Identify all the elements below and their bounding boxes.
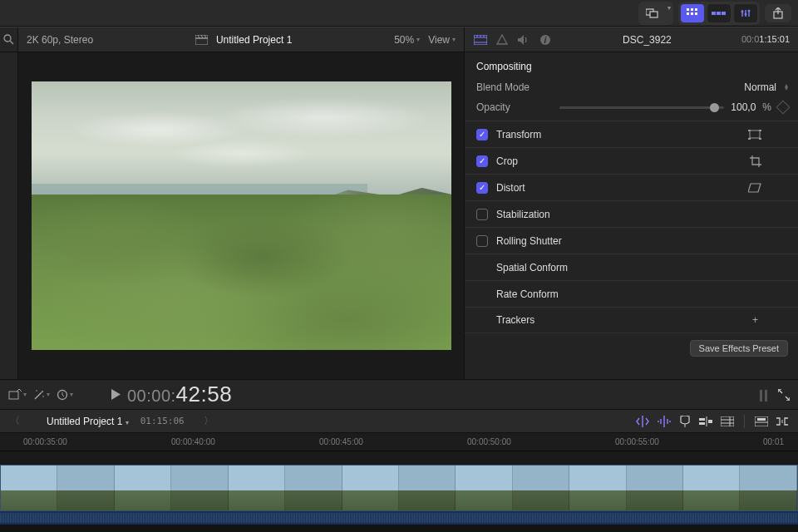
fullscreen-icon[interactable] — [778, 389, 790, 401]
audio-skimming-icon[interactable] — [658, 416, 671, 427]
audio-tab-icon[interactable] — [516, 32, 531, 47]
crop-row[interactable]: ✓ Crop — [465, 147, 798, 174]
stabilization-row[interactable]: Stabilization — [465, 200, 798, 227]
left-sidebar — [0, 27, 18, 379]
crop-icon[interactable] — [750, 155, 761, 167]
project-name-dropdown[interactable]: Untitled Project 1 ▾ — [47, 416, 129, 427]
color-tab-icon[interactable] — [495, 32, 510, 47]
skimming-icon[interactable] — [636, 416, 649, 427]
play-button[interactable] — [111, 389, 121, 400]
add-tracker-icon[interactable]: + — [752, 314, 758, 326]
svg-rect-68 — [755, 416, 768, 426]
svg-line-24 — [201, 35, 203, 38]
inspector-toggle-button[interactable] — [734, 4, 757, 22]
grid-view-button[interactable] — [681, 4, 704, 22]
snapping-icon[interactable] — [699, 416, 712, 426]
view-mode-group — [678, 2, 760, 25]
info-tab-icon[interactable]: i — [538, 32, 553, 47]
svg-rect-21 — [195, 38, 208, 45]
workspace-switcher[interactable]: ▾ — [638, 2, 673, 25]
solo-icon[interactable] — [679, 416, 691, 427]
rolling-shutter-row[interactable]: Rolling Shutter — [465, 227, 798, 254]
save-effects-preset-button[interactable]: Save Effects Preset — [690, 340, 788, 357]
svg-rect-5 — [687, 12, 689, 15]
rolling-shutter-checkbox[interactable] — [476, 235, 488, 247]
stabilization-checkbox[interactable] — [476, 209, 488, 220]
transform-checkbox[interactable]: ✓ — [476, 129, 488, 140]
distort-icon[interactable] — [748, 183, 761, 193]
transform-row[interactable]: ✓ Transform — [465, 121, 798, 147]
project-duration: 01:15:06 — [140, 416, 185, 426]
svg-line-51 — [779, 390, 782, 393]
svg-rect-60 — [699, 418, 705, 421]
effects-tool-button[interactable]: ▾ — [8, 389, 27, 401]
chevron-down-icon[interactable]: ▾ — [667, 4, 671, 22]
share-button[interactable] — [765, 4, 791, 22]
transform-icon[interactable] — [748, 130, 761, 140]
transport-bar: ▾ ▾ ▾ 00:00:42:58 — [0, 379, 798, 409]
svg-rect-61 — [699, 422, 705, 425]
audio-meter-icon[interactable] — [758, 387, 770, 402]
search-button[interactable] — [0, 27, 17, 52]
prev-edit-button[interactable]: 〈 — [10, 414, 35, 428]
svg-marker-41 — [748, 184, 761, 192]
svg-rect-37 — [748, 130, 751, 131]
svg-rect-10 — [722, 12, 726, 15]
crop-checkbox[interactable]: ✓ — [476, 155, 488, 167]
timeline-layout-icon[interactable] — [755, 416, 768, 426]
svg-line-25 — [204, 35, 206, 38]
distort-checkbox[interactable]: ✓ — [476, 182, 488, 194]
spatial-conform-row[interactable]: Spatial Conform — [465, 254, 798, 280]
windows-icon[interactable] — [641, 4, 664, 22]
svg-line-43 — [35, 392, 42, 399]
keyframe-icon[interactable] — [776, 101, 791, 115]
preview-frame — [32, 81, 451, 350]
format-label: 2K 60p, Stereo — [27, 34, 93, 46]
svg-point-19 — [4, 35, 11, 42]
zoom-dropdown[interactable]: 50%▾ — [394, 34, 420, 46]
transport-timecode: 00:00:42:58 — [127, 382, 232, 407]
index-icon[interactable] — [721, 416, 734, 426]
project-title: Untitled Project 1 — [216, 34, 292, 46]
clip-timecode: 00:01:15:01 — [741, 34, 790, 45]
timeline[interactable] — [0, 451, 798, 532]
view-dropdown[interactable]: View▾ — [428, 34, 456, 46]
distort-row[interactable]: ✓ Distort — [465, 174, 798, 200]
svg-rect-9 — [717, 12, 721, 15]
svg-marker-48 — [111, 389, 121, 400]
stepper-icon[interactable]: ▴▾ — [785, 84, 788, 91]
filmstrip-view-button[interactable] — [707, 4, 731, 22]
trackers-row[interactable]: Trackers+ — [465, 307, 798, 333]
inspector-header: i DSC_3922 00:01:15:01 — [465, 27, 798, 52]
svg-line-23 — [198, 35, 200, 38]
svg-rect-36 — [750, 131, 760, 138]
svg-rect-6 — [691, 12, 693, 15]
opacity-value[interactable]: 100,0 — [731, 101, 756, 113]
video-tab-icon[interactable] — [473, 32, 488, 47]
next-edit-button[interactable]: 〉 — [196, 414, 221, 428]
audio-waveform[interactable] — [0, 511, 798, 525]
svg-rect-63 — [708, 420, 712, 423]
rate-conform-row[interactable]: Rate Conform — [465, 280, 798, 307]
svg-rect-38 — [759, 130, 761, 131]
enhance-tool-button[interactable]: ▾ — [33, 389, 50, 401]
svg-point-14 — [741, 10, 744, 12]
retime-tool-button[interactable]: ▾ — [57, 389, 73, 401]
timeline-clip[interactable] — [0, 465, 798, 511]
ruler-tick: 00:00:50:00 — [467, 437, 511, 446]
opacity-label: Opacity — [476, 101, 553, 113]
svg-rect-40 — [759, 138, 761, 140]
clip-name: DSC_3922 — [561, 34, 733, 46]
svg-marker-32 — [497, 35, 507, 44]
viewer-canvas[interactable] — [18, 52, 464, 379]
opacity-slider[interactable] — [559, 106, 724, 109]
svg-rect-8 — [712, 12, 716, 15]
svg-rect-7 — [695, 12, 697, 15]
clip-appearance-icon[interactable] — [776, 416, 788, 426]
svg-rect-4 — [695, 8, 697, 11]
timeline-ruler[interactable]: 00:00:35:00 00:00:40:00 00:00:45:00 00:0… — [0, 432, 798, 451]
svg-rect-42 — [9, 392, 18, 399]
svg-rect-39 — [748, 138, 751, 140]
clapper-icon — [195, 35, 208, 45]
blend-mode-value[interactable]: Normal — [744, 81, 776, 93]
